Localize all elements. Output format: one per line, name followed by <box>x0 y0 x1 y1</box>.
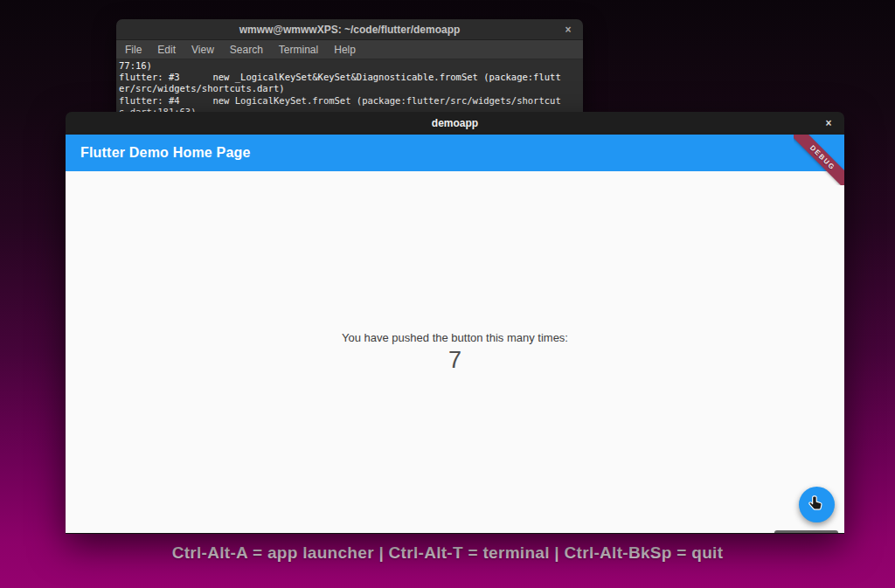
app-bar: Flutter Demo Home Page <box>66 135 844 171</box>
menu-file[interactable]: File <box>125 44 142 56</box>
demoapp-window-title: demoapp <box>432 117 478 129</box>
counter-caption: You have pushed the button this many tim… <box>342 331 568 344</box>
menu-search[interactable]: Search <box>230 44 263 56</box>
terminal-window: wmww@wmwwXPS: ~/code/flutter/demoapp × F… <box>116 19 583 117</box>
terminal-line: er/src/widgets/shortcuts.dart) <box>119 83 580 94</box>
mouse-cursor-hand-icon <box>807 495 825 513</box>
terminal-menubar: File Edit View Search Terminal Help <box>116 40 583 59</box>
counter-value: 7 <box>448 347 461 374</box>
close-icon[interactable]: × <box>561 23 575 37</box>
increment-tooltip: Increment <box>774 530 838 534</box>
demoapp-titlebar[interactable]: demoapp × <box>66 112 844 135</box>
terminal-titlebar[interactable]: wmww@wmwwXPS: ~/code/flutter/demoapp × <box>116 19 583 40</box>
terminal-title: wmww@wmwwXPS: ~/code/flutter/demoapp <box>239 24 461 36</box>
terminal-line: flutter: #3 new _LogicalKeySet&KeySet&Di… <box>119 72 580 83</box>
terminal-line: flutter: #4 new LogicalKeySet.fromSet (p… <box>119 95 580 107</box>
menu-view[interactable]: View <box>191 44 214 56</box>
app-body: You have pushed the button this many tim… <box>66 171 844 534</box>
menu-help[interactable]: Help <box>334 44 356 56</box>
close-icon[interactable]: × <box>822 116 836 130</box>
counter-column: You have pushed the button this many tim… <box>66 171 844 534</box>
menu-edit[interactable]: Edit <box>157 44 176 56</box>
terminal-output[interactable]: 77:16) flutter: #3 new _LogicalKeySet&Ke… <box>116 59 583 117</box>
appbar-title: Flutter Demo Home Page <box>80 145 251 161</box>
demoapp-window: demoapp × Flutter Demo Home Page DEBUG Y… <box>66 112 844 534</box>
hotkey-hint-text: Ctrl-Alt-A = app launcher | Ctrl-Alt-T =… <box>0 543 895 563</box>
menu-terminal[interactable]: Terminal <box>279 44 318 56</box>
terminal-line: 77:16) <box>119 60 580 72</box>
